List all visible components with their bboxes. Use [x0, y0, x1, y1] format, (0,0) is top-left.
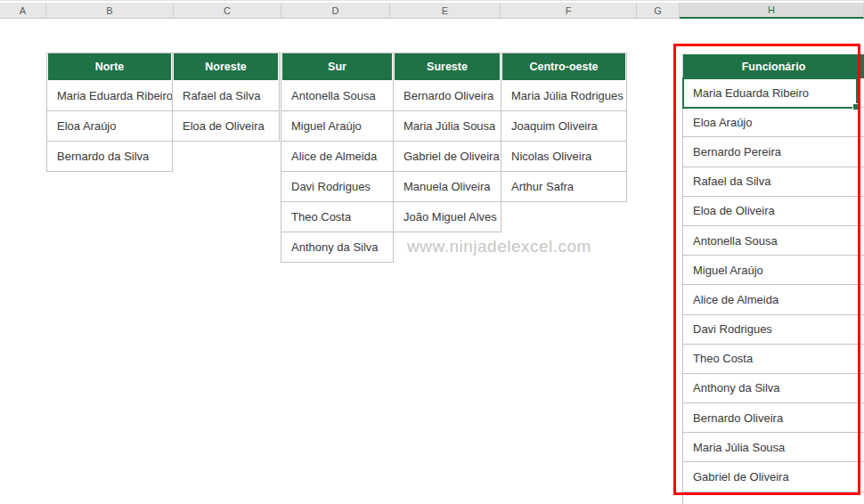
cell-centro-oeste-2[interactable]: Joaquim Oliveira: [501, 110, 626, 141]
table-sur-header[interactable]: Sur: [281, 53, 393, 80]
table-centro-oeste: Centro-oeste Maria Júlia Rodrigues Joaqu…: [501, 53, 627, 202]
cell-sur-1[interactable]: Antonella Sousa: [281, 80, 393, 110]
column-header-g[interactable]: G: [637, 3, 680, 19]
column-header-b[interactable]: B: [46, 3, 174, 19]
column-header-f[interactable]: F: [501, 3, 637, 19]
column-header-d[interactable]: D: [281, 3, 390, 19]
column-header-h-selected[interactable]: H: [680, 3, 864, 19]
table-norte: Norte Maria Eduarda Ribeiro Eloa Araújo …: [46, 53, 173, 172]
cell-funcionario-4[interactable]: Rafael da Silva: [683, 167, 864, 197]
cell-norte-2[interactable]: Eloa Araújo: [47, 110, 172, 141]
cell-sureste-2[interactable]: Maria Júlia Sousa: [394, 110, 501, 141]
cell-sur-4[interactable]: Davi Rodrigues: [281, 171, 393, 201]
table-noreste: Noreste Rafael da Silva Eloa de Oliveira: [172, 53, 280, 142]
cell-sureste-3[interactable]: Gabriel de Oliveira: [394, 141, 501, 171]
cell-funcionario-15-partial[interactable]: [683, 492, 864, 504]
table-funcionario-header[interactable]: Funcionário: [683, 54, 864, 78]
cell-centro-oeste-3[interactable]: Nicolas Oliveira: [501, 141, 626, 171]
cell-centro-oeste-1[interactable]: Maria Júlia Rodrigues: [501, 80, 626, 110]
cell-sur-5[interactable]: Theo Costa: [281, 201, 393, 232]
table-centro-oeste-header[interactable]: Centro-oeste: [501, 53, 626, 80]
cell-funcionario-12[interactable]: Bernardo Oliveira: [683, 403, 864, 433]
cell-funcionario-10[interactable]: Theo Costa: [683, 345, 864, 374]
cell-funcionario-14[interactable]: Gabriel de Oliveira: [683, 462, 864, 492]
cell-funcionario-6[interactable]: Antonella Sousa: [683, 226, 864, 256]
cell-norte-3[interactable]: Bernardo da Silva: [47, 141, 172, 171]
table-sureste: Sureste Bernardo Oliveira Maria Júlia So…: [393, 53, 501, 232]
cell-funcionario-8[interactable]: Alice de Almeida: [683, 285, 864, 314]
cell-funcionario-2[interactable]: Eloa Araújo: [683, 108, 864, 137]
spreadsheet-canvas: A B C D E F G H Norte Maria Eduarda Ribe…: [0, 0, 864, 504]
cell-funcionario-3[interactable]: Bernardo Pereira: [683, 137, 864, 167]
table-norte-header[interactable]: Norte: [47, 53, 172, 80]
table-sur: Sur Antonella Sousa Miguel Araújo Alice …: [281, 53, 394, 263]
cell-funcionario-7[interactable]: Miguel Araújo: [683, 256, 864, 285]
cell-centro-oeste-4[interactable]: Arthur Safra: [501, 171, 626, 201]
cell-sur-3[interactable]: Alice de Almeida: [281, 141, 393, 171]
table-noreste-header[interactable]: Noreste: [173, 53, 279, 80]
cell-funcionario-9[interactable]: Davi Rodrigues: [683, 315, 864, 345]
column-header-strip: A B C D E F G H: [0, 3, 864, 19]
cell-sur-6[interactable]: Anthony da Silva: [281, 232, 393, 262]
cell-sureste-5[interactable]: João Miguel Alves: [394, 201, 501, 232]
cell-funcionario-11[interactable]: Anthony da Silva: [683, 374, 864, 403]
cell-funcionario-13[interactable]: Maria Júlia Sousa: [683, 433, 864, 462]
column-header-c[interactable]: C: [174, 3, 281, 19]
watermark-text: www.ninjadelexcel.com: [395, 237, 604, 256]
cell-noreste-2[interactable]: Eloa de Oliveira: [173, 110, 279, 141]
cell-sureste-1[interactable]: Bernardo Oliveira: [394, 80, 501, 110]
cell-sureste-4[interactable]: Manuela Oliveira: [394, 171, 501, 201]
cell-noreste-1[interactable]: Rafael da Silva: [173, 80, 279, 110]
cell-funcionario-1-active[interactable]: Maria Eduarda Ribeiro: [683, 78, 864, 108]
table-sureste-header[interactable]: Sureste: [394, 53, 501, 80]
cell-norte-1[interactable]: Maria Eduarda Ribeiro: [47, 80, 172, 110]
cell-funcionario-5[interactable]: Eloa de Oliveira: [683, 197, 864, 226]
cell-sur-2[interactable]: Miguel Araújo: [281, 110, 393, 141]
column-header-a[interactable]: A: [0, 3, 46, 19]
table-funcionario: Funcionário Maria Eduarda Ribeiro Eloa A…: [682, 54, 864, 504]
column-header-e[interactable]: E: [390, 3, 501, 19]
